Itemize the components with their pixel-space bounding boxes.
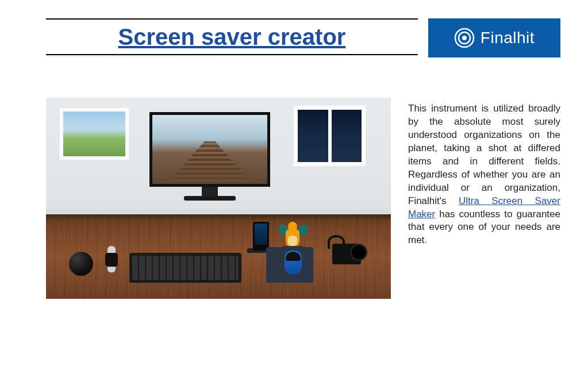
brand-name: Finalhit: [481, 29, 535, 47]
image-window-left: [60, 108, 129, 160]
brand-logo: Finalhit: [428, 18, 560, 57]
body-text-before: This instrument is utilized broadly by t…: [408, 103, 560, 206]
hero-image: [46, 98, 391, 299]
image-keyboard: [129, 253, 241, 283]
image-camera: [328, 233, 371, 264]
content: This instrument is utilized broadly by t…: [46, 98, 560, 354]
header: Screen saver creator Finalhit: [46, 18, 560, 57]
svg-point-2: [462, 36, 467, 40]
image-monitor: [149, 112, 270, 201]
image-watch: [102, 246, 121, 272]
image-ball: [69, 252, 93, 276]
title-box: Screen saver creator: [46, 18, 418, 55]
image-window-right: [294, 106, 366, 166]
target-icon: [454, 28, 475, 48]
image-phone: [253, 222, 269, 251]
image-figurine: [279, 216, 308, 248]
title-container: Screen saver creator: [46, 18, 418, 57]
title-link[interactable]: Screen saver creator: [118, 24, 346, 50]
body-text: This instrument is utilized broadly by t…: [408, 98, 560, 354]
image-mouse: [285, 251, 302, 275]
